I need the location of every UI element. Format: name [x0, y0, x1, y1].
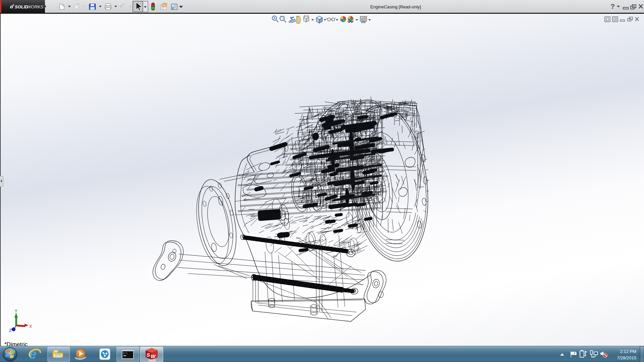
svg-text:?: ? [610, 2, 615, 10]
svg-text:2:12 PM: 2:12 PM [620, 349, 636, 354]
svg-text:S: S [147, 352, 150, 358]
svg-text:SOLID: SOLID [15, 4, 28, 9]
svg-text:WORKS: WORKS [27, 4, 43, 9]
svg-text:X: X [29, 324, 32, 329]
svg-text:2015: 2015 [149, 358, 156, 362]
svg-text:7/28/2015: 7/28/2015 [617, 355, 636, 360]
svg-text:C:\: C:\ [123, 352, 128, 355]
svg-text:Y: Y [15, 308, 18, 313]
svg-text:Z: Z [9, 328, 12, 332]
